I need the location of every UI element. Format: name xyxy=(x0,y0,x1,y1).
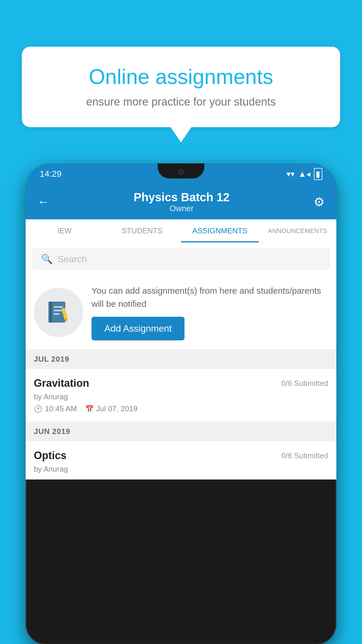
notch xyxy=(158,163,204,178)
assignment-name-gravitation: Gravitation xyxy=(34,377,89,389)
speech-bubble: Online assignments ensure more practice … xyxy=(22,47,340,127)
tab-item-overview[interactable]: IEW xyxy=(26,219,103,242)
assignment-by-gravitation: by Anurag xyxy=(34,392,328,401)
calendar-icon: 📅 xyxy=(85,405,94,413)
svg-rect-4 xyxy=(54,313,59,315)
wifi-icon: ▾▾ xyxy=(287,169,295,179)
optics-row-top: Optics 0/6 Submitted xyxy=(34,449,328,462)
section-header-jun: JUN 2019 xyxy=(26,422,336,441)
tab-item-assignments[interactable]: ASSIGNMENTS xyxy=(181,219,259,242)
status-bar: 14:29 ▾▾ ▲◂ ▮ xyxy=(26,163,336,184)
clock-icon: 🕐 xyxy=(34,405,43,413)
assignment-time: 🕐 10:45 AM xyxy=(34,404,77,413)
search-icon: 🔍 xyxy=(41,253,53,265)
back-button[interactable]: ← xyxy=(37,195,50,209)
assignment-item-gravitation[interactable]: Gravitation 0/6 Submitted by Anurag 🕐 10… xyxy=(26,369,336,422)
svg-rect-1 xyxy=(50,302,52,323)
search-bar-container: 🔍 Search xyxy=(26,243,336,275)
notch-camera xyxy=(177,168,185,176)
signal-icon: ▲◂ xyxy=(298,169,310,179)
section-header-jul: JUL 2019 xyxy=(26,349,336,369)
assignment-submitted-gravitation: 0/6 Submitted xyxy=(282,379,328,388)
promo-right: You can add assignment(s) from here and … xyxy=(92,284,328,340)
search-bar[interactable]: 🔍 Search xyxy=(33,249,329,270)
header-subtitle: Owner xyxy=(133,204,229,213)
tab-bar: IEW STUDENTS ASSIGNMENTS ANNOUNCEMENTS xyxy=(26,219,336,243)
speech-bubble-subtitle: ensure more practice for your students xyxy=(42,96,320,108)
assignment-name-optics: Optics xyxy=(34,449,66,462)
assignment-meta-gravitation: 🕐 10:45 AM 📅 Jul 07, 2019 xyxy=(34,404,328,413)
add-assignment-promo: You can add assignment(s) from here and … xyxy=(26,275,336,349)
phone-frame: 14:29 ▾▾ ▲◂ ▮ ← Physics Batch 12 Owner ⚙ xyxy=(26,163,336,644)
speech-bubble-container: Online assignments ensure more practice … xyxy=(22,47,340,127)
app-background: Online assignments ensure more practice … xyxy=(0,0,362,644)
assignment-by-optics: by Anurag xyxy=(34,465,328,474)
settings-icon[interactable]: ⚙ xyxy=(314,195,325,209)
assignment-icon-circle xyxy=(34,288,83,337)
tab-item-announcements[interactable]: ANNOUNCEMENTS xyxy=(259,219,337,242)
status-time: 14:29 xyxy=(40,169,61,179)
screen-content: 🔍 Search xyxy=(26,243,336,480)
assignment-row-top: Gravitation 0/6 Submitted xyxy=(34,377,328,389)
assignment-date: 📅 Jul 07, 2019 xyxy=(85,404,138,413)
assignment-submitted-optics: 0/6 Submitted xyxy=(282,451,328,460)
status-icons: ▾▾ ▲◂ ▮ xyxy=(287,168,322,180)
assignment-time-value: 10:45 AM xyxy=(45,404,77,413)
header-center: Physics Batch 12 Owner xyxy=(133,191,229,213)
svg-rect-2 xyxy=(54,306,63,308)
tab-item-students[interactable]: STUDENTS xyxy=(103,219,181,242)
assignment-item-optics[interactable]: Optics 0/6 Submitted by Anurag xyxy=(26,441,336,480)
phone-container: 14:29 ▾▾ ▲◂ ▮ ← Physics Batch 12 Owner ⚙ xyxy=(26,163,336,644)
svg-rect-3 xyxy=(54,310,63,311)
app-header: ← Physics Batch 12 Owner ⚙ xyxy=(26,184,336,219)
battery-icon: ▮ xyxy=(314,168,322,180)
search-placeholder: Search xyxy=(57,254,87,265)
add-assignment-button[interactable]: Add Assignment xyxy=(92,317,184,340)
promo-text: You can add assignment(s) from here and … xyxy=(92,284,328,310)
assignment-date-value: Jul 07, 2019 xyxy=(96,404,138,413)
speech-bubble-title: Online assignments xyxy=(42,64,320,89)
header-title: Physics Batch 12 xyxy=(133,191,229,204)
